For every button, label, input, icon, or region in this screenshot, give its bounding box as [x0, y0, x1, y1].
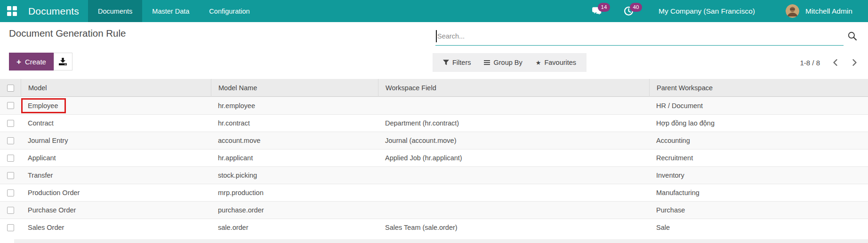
table-row[interactable]: Sales Order sale.order Sales Team (sale.…: [0, 219, 868, 236]
cell-workspace-field: Applied Job (hr.applicant): [378, 149, 649, 166]
cell-model: Sales Order: [21, 219, 211, 236]
pager-previous-button[interactable]: [831, 58, 839, 67]
row-checkbox[interactable]: [7, 102, 14, 109]
company-switcher[interactable]: My Company (San Francisco): [659, 0, 755, 22]
table-row[interactable]: Employee hr.employee HR / Document: [0, 97, 868, 114]
cell-model-name: mrp.production: [211, 184, 378, 201]
model-value: Production Order: [28, 189, 80, 196]
text-caret: [436, 30, 437, 42]
cell-model-name: sale.order: [211, 219, 378, 236]
cell-model-name: account.move: [211, 132, 378, 149]
row-select-cell: [0, 97, 21, 114]
pager-next-button[interactable]: [851, 58, 859, 67]
apps-grid-square: [13, 6, 17, 10]
table-row[interactable]: Contract hr.contract Department (hr.cont…: [0, 114, 868, 132]
user-avatar[interactable]: [786, 4, 799, 18]
model-value: Contract: [28, 119, 54, 127]
app-menu: Documents Master Data Configuration: [88, 0, 260, 22]
page-title: Document Generation Rule: [9, 28, 126, 39]
table-row[interactable]: Transfer stock.picking Inventory: [0, 166, 868, 184]
messages-button[interactable]: 14: [592, 0, 602, 22]
column-header-workspace-field[interactable]: Workspace Field: [378, 79, 649, 97]
table-row[interactable]: Production Order mrp.production Manufact…: [0, 184, 868, 201]
table-row[interactable]: Journal Entry account.move Journal (acco…: [0, 132, 868, 149]
row-select-cell: [0, 132, 21, 149]
filters-button[interactable]: Filters: [436, 53, 477, 72]
cell-parent-workspace: Sale: [649, 219, 868, 236]
activities-button[interactable]: 40: [624, 0, 634, 22]
row-checkbox[interactable]: [7, 137, 14, 144]
cell-parent-workspace: Hợp đồng lao động: [649, 115, 868, 132]
apps-grid-square: [13, 12, 17, 16]
table-row[interactable]: Purchase Order purchase.order Purchase: [0, 201, 868, 219]
export-button[interactable]: [54, 53, 72, 71]
avatar-photo: [786, 4, 799, 18]
column-header-model[interactable]: Model: [21, 79, 211, 97]
cell-model: Applicant: [21, 149, 211, 166]
cell-workspace-field: [378, 184, 649, 201]
cell-workspace-field: Department (hr.contract): [378, 115, 649, 132]
row-select-cell: [0, 219, 21, 236]
cell-workspace-field: [378, 97, 649, 114]
create-button-label: Create: [25, 58, 46, 66]
group-by-bars-icon: [484, 60, 490, 65]
cell-parent-workspace: Inventory: [649, 167, 868, 184]
cell-model-name: hr.employee: [211, 97, 378, 114]
model-value: Applicant: [28, 154, 56, 162]
nav-item-master-data[interactable]: Master Data: [142, 0, 199, 22]
cell-parent-workspace: Manufacturing: [649, 184, 868, 201]
cell-model: Transfer: [21, 167, 211, 184]
row-checkbox[interactable]: [7, 224, 14, 231]
cell-parent-workspace: HR / Document: [649, 97, 868, 114]
table-row[interactable]: Applicant hr.applicant Applied Job (hr.a…: [0, 149, 868, 166]
search-icon[interactable]: [848, 31, 857, 43]
row-checkbox[interactable]: [7, 207, 14, 214]
search-options-panel: Filters Group By ★ Favourites: [433, 53, 587, 72]
nav-item-documents[interactable]: Documents: [88, 0, 142, 22]
row-checkbox[interactable]: [7, 189, 14, 196]
messages-count-badge: 14: [598, 3, 610, 12]
row-select-cell: [0, 149, 21, 166]
search-bar: [435, 27, 857, 46]
search-input[interactable]: [435, 27, 844, 46]
cell-parent-workspace: Recruitment: [649, 149, 868, 166]
cell-model: Contract: [21, 115, 211, 132]
table-body: Employee hr.employee HR / Document Contr…: [0, 97, 868, 236]
model-value: Purchase Order: [28, 206, 76, 214]
favourites-button[interactable]: ★ Favourites: [529, 53, 583, 72]
cell-model-name: hr.contract: [211, 115, 378, 132]
user-menu[interactable]: Mitchell Admin: [805, 0, 852, 22]
apps-grid-icon[interactable]: [7, 6, 17, 16]
apps-grid-square: [7, 6, 11, 10]
chevron-left-icon: [832, 59, 838, 66]
apps-grid-square: [7, 12, 11, 16]
cell-model-name: purchase.order: [211, 202, 378, 219]
select-all-checkbox[interactable]: [7, 85, 14, 92]
cell-model: Journal Entry: [21, 132, 211, 149]
pager-range: 1-8 / 8: [800, 59, 820, 67]
model-value: Transfer: [28, 172, 53, 179]
cell-model: Production Order: [21, 184, 211, 201]
cell-workspace-field: Journal (account.move): [378, 132, 649, 149]
cell-parent-workspace: Purchase: [649, 202, 868, 219]
table-footer-strip: [14, 239, 868, 243]
row-checkbox[interactable]: [7, 120, 14, 127]
cell-model: Employee: [21, 97, 211, 114]
cell-workspace-field: [378, 167, 649, 184]
column-header-parent-workspace[interactable]: Parent Workspace: [649, 79, 868, 97]
row-select-cell: [0, 115, 21, 132]
plus-icon: +: [16, 58, 21, 66]
nav-item-configuration[interactable]: Configuration: [199, 0, 259, 22]
column-header-model-name[interactable]: Model Name: [211, 79, 378, 97]
row-checkbox[interactable]: [7, 172, 14, 179]
row-select-cell: [0, 202, 21, 219]
row-checkbox[interactable]: [7, 155, 14, 162]
group-by-button[interactable]: Group By: [477, 53, 529, 72]
star-icon: ★: [536, 59, 541, 66]
model-value: Sales Order: [28, 224, 64, 231]
pager: 1-8 / 8: [800, 53, 859, 72]
create-button[interactable]: + Create: [9, 53, 54, 71]
row-select-cell: [0, 167, 21, 184]
cell-parent-workspace: Accounting: [649, 132, 868, 149]
app-brand-title[interactable]: Documents: [28, 6, 79, 17]
